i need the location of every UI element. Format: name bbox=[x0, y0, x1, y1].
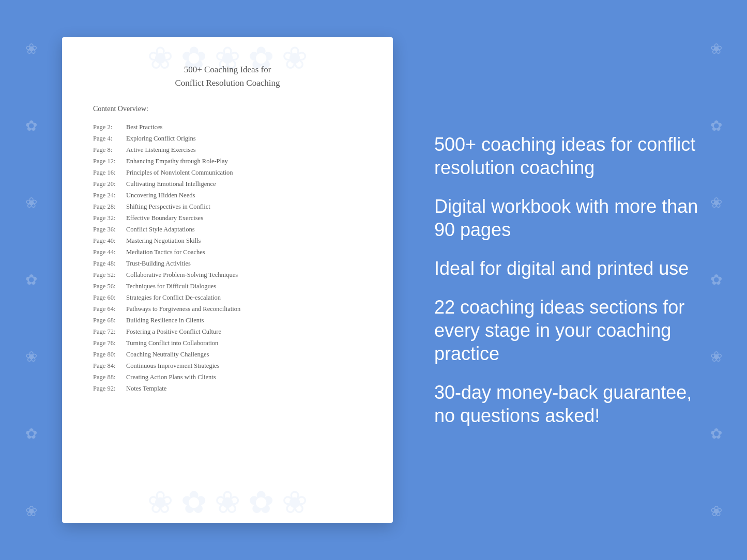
floral-icon-2: ✿ bbox=[25, 117, 37, 135]
toc-item: Page 40:Mastering Negotiation Skills bbox=[93, 235, 362, 246]
toc-page-title: Fostering a Positive Conflict Culture bbox=[126, 328, 221, 336]
toc-page-number: Page 16: bbox=[93, 169, 124, 177]
toc-page-number: Page 60: bbox=[93, 294, 124, 302]
feature-item-2: Digital workbook with more than 90 pages bbox=[434, 195, 706, 241]
toc-page-number: Page 40: bbox=[93, 237, 124, 245]
toc-item: Page 84:Continuous Improvement Strategie… bbox=[93, 360, 362, 371]
toc-page-title: Strategies for Conflict De-escalation bbox=[126, 294, 221, 302]
toc-page-title: Cultivating Emotional Intelligence bbox=[126, 180, 216, 188]
toc-item: Page 48:Trust-Building Activities bbox=[93, 258, 362, 269]
table-of-contents: Page 2:Best PracticesPage 4:Exploring Co… bbox=[93, 121, 362, 394]
toc-page-title: Creating Action Plans with Clients bbox=[126, 374, 216, 381]
toc-page-number: Page 56: bbox=[93, 283, 124, 290]
right-floral-decoration: ❀ ✿ ❀ ✿ ❀ ✿ ❀ bbox=[685, 0, 747, 560]
floral-icon-7: ❀ bbox=[25, 503, 37, 520]
toc-page-title: Mediation Tactics for Coaches bbox=[126, 248, 205, 256]
toc-page-number: Page 12: bbox=[93, 158, 124, 165]
toc-page-number: Page 72: bbox=[93, 328, 124, 336]
toc-item: Page 20:Cultivating Emotional Intelligen… bbox=[93, 178, 362, 190]
toc-item: Page 24:Uncovering Hidden Needs bbox=[93, 190, 362, 201]
toc-page-number: Page 64: bbox=[93, 305, 124, 313]
toc-page-number: Page 52: bbox=[93, 271, 124, 279]
toc-page-title: Mastering Negotiation Skills bbox=[126, 237, 201, 245]
toc-page-title: Notes Template bbox=[126, 385, 166, 393]
floral-icon-5: ❀ bbox=[25, 348, 37, 366]
toc-page-title: Shifting Perspectives in Conflict bbox=[126, 203, 210, 211]
toc-page-title: Coaching Neutrality Challenges bbox=[126, 351, 209, 359]
toc-page-number: Page 8: bbox=[93, 146, 124, 154]
toc-item: Page 4:Exploring Conflict Origins bbox=[93, 133, 362, 144]
toc-page-number: Page 2: bbox=[93, 123, 124, 131]
toc-item: Page 44:Mediation Tactics for Coaches bbox=[93, 246, 362, 258]
toc-item: Page 52:Collaborative Problem-Solving Te… bbox=[93, 269, 362, 281]
toc-item: Page 80:Coaching Neutrality Challenges bbox=[93, 349, 362, 360]
features-panel: 500+ coaching ideas for conflict resolut… bbox=[424, 133, 706, 427]
floral-icon-r2: ✿ bbox=[710, 117, 722, 135]
toc-item: Page 72:Fostering a Positive Conflict Cu… bbox=[93, 326, 362, 337]
toc-page-title: Active Listening Exercises bbox=[126, 146, 196, 154]
toc-page-title: Principles of Nonviolent Communication bbox=[126, 169, 233, 177]
toc-page-title: Continuous Improvement Strategies bbox=[126, 362, 220, 370]
toc-page-number: Page 84: bbox=[93, 362, 124, 370]
toc-item: Page 88:Creating Action Plans with Clien… bbox=[93, 371, 362, 383]
toc-page-number: Page 36: bbox=[93, 226, 124, 234]
floral-icon-3: ❀ bbox=[25, 194, 37, 212]
document-title: 500+ Coaching Ideas for Conflict Resolut… bbox=[93, 63, 362, 89]
toc-page-number: Page 4: bbox=[93, 135, 124, 143]
feature-item-1: 500+ coaching ideas for conflict resolut… bbox=[434, 133, 706, 179]
toc-item: Page 76:Turning Conflict into Collaborat… bbox=[93, 337, 362, 349]
toc-page-number: Page 28: bbox=[93, 203, 124, 211]
floral-icon-r4: ✿ bbox=[710, 271, 722, 289]
left-floral-decoration: ❀ ✿ ❀ ✿ ❀ ✿ ❀ bbox=[0, 0, 62, 560]
toc-item: Page 36:Conflict Style Adaptations bbox=[93, 224, 362, 235]
toc-page-number: Page 92: bbox=[93, 385, 124, 393]
toc-page-title: Exploring Conflict Origins bbox=[126, 135, 196, 143]
floral-icon-r1: ❀ bbox=[710, 40, 722, 58]
toc-page-number: Page 44: bbox=[93, 248, 124, 256]
floral-icon-4: ✿ bbox=[25, 271, 37, 289]
toc-page-title: Building Resilience in Clients bbox=[126, 317, 204, 324]
content-overview-label: Content Overview: bbox=[93, 105, 362, 113]
toc-item: Page 92:Notes Template bbox=[93, 383, 362, 394]
toc-page-title: Effective Boundary Exercises bbox=[126, 214, 203, 222]
toc-page-number: Page 32: bbox=[93, 214, 124, 222]
doc-title-line1: 500+ Coaching Ideas for bbox=[184, 65, 271, 74]
floral-icon-r7: ❀ bbox=[710, 503, 722, 520]
toc-item: Page 32:Effective Boundary Exercises bbox=[93, 212, 362, 224]
toc-item: Page 64:Pathways to Forgiveness and Reco… bbox=[93, 303, 362, 315]
watermark-bottom: ❀ ✿ ❀ ✿ ❀ bbox=[62, 481, 393, 523]
toc-page-title: Conflict Style Adaptations bbox=[126, 226, 195, 234]
toc-page-number: Page 20: bbox=[93, 180, 124, 188]
toc-page-number: Page 48: bbox=[93, 260, 124, 268]
floral-icon-r6: ✿ bbox=[710, 425, 722, 443]
toc-item: Page 2:Best Practices bbox=[93, 121, 362, 133]
floral-icon-r3: ❀ bbox=[710, 194, 722, 212]
toc-page-title: Techniques for Difficult Dialogues bbox=[126, 283, 216, 290]
toc-page-number: Page 76: bbox=[93, 339, 124, 347]
toc-item: Page 16:Principles of Nonviolent Communi… bbox=[93, 167, 362, 178]
feature-item-5: 30-day money-back guarantee, no question… bbox=[434, 381, 706, 427]
toc-page-title: Best Practices bbox=[126, 123, 162, 131]
feature-item-3: Ideal for digital and printed use bbox=[434, 257, 706, 280]
toc-item: Page 60:Strategies for Conflict De-escal… bbox=[93, 292, 362, 303]
toc-page-title: Pathways to Forgiveness and Reconciliati… bbox=[126, 305, 240, 313]
toc-page-title: Turning Conflict into Collaboration bbox=[126, 339, 218, 347]
toc-page-number: Page 68: bbox=[93, 317, 124, 324]
floral-icon-6: ✿ bbox=[25, 425, 37, 443]
toc-item: Page 8:Active Listening Exercises bbox=[93, 144, 362, 155]
toc-page-title: Collaborative Problem-Solving Techniques bbox=[126, 271, 238, 279]
feature-item-4: 22 coaching ideas sections for every sta… bbox=[434, 295, 706, 365]
floral-icon-r5: ❀ bbox=[710, 348, 722, 366]
toc-item: Page 56:Techniques for Difficult Dialogu… bbox=[93, 281, 362, 292]
toc-page-title: Enhancing Empathy through Role-Play bbox=[126, 158, 228, 165]
floral-icon-1: ❀ bbox=[25, 40, 37, 58]
document-preview: ❀ ✿ ❀ ✿ ❀ 500+ Coaching Ideas for Confli… bbox=[62, 37, 393, 523]
toc-item: Page 28:Shifting Perspectives in Conflic… bbox=[93, 201, 362, 212]
toc-page-number: Page 80: bbox=[93, 351, 124, 359]
toc-page-title: Uncovering Hidden Needs bbox=[126, 192, 195, 199]
toc-item: Page 68:Building Resilience in Clients bbox=[93, 315, 362, 326]
toc-page-number: Page 24: bbox=[93, 192, 124, 199]
toc-item: Page 12:Enhancing Empathy through Role-P… bbox=[93, 155, 362, 167]
doc-title-line2: Conflict Resolution Coaching bbox=[175, 78, 280, 88]
toc-page-title: Trust-Building Activities bbox=[126, 260, 191, 268]
